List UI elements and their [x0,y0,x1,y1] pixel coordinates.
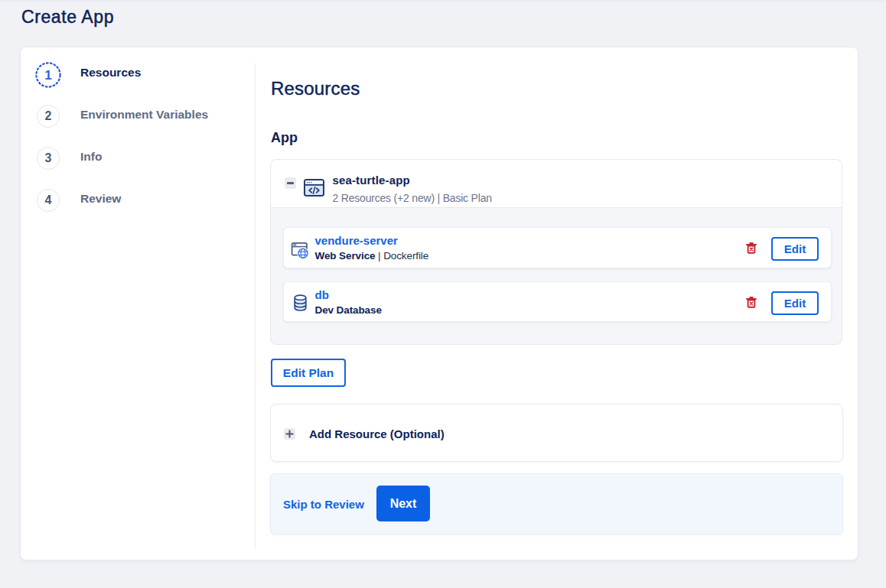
svg-text:1: 1 [44,68,51,83]
